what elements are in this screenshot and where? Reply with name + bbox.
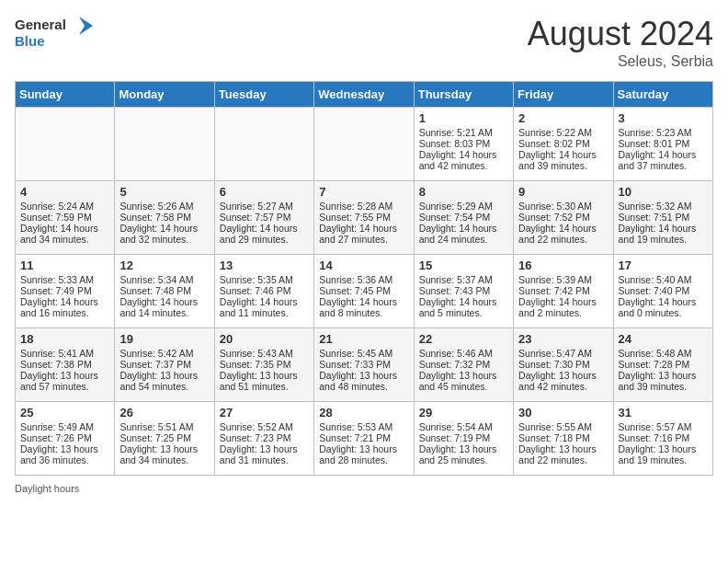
cell-info: Daylight: 14 hours and 11 minutes. [220, 296, 309, 318]
cell-info: Sunrise: 5:33 AM [20, 274, 109, 285]
cell-info: Daylight: 14 hours and 42 minutes. [419, 149, 508, 171]
calendar-cell: 22Sunrise: 5:46 AMSunset: 7:32 PMDayligh… [414, 328, 513, 402]
daylight-hours-label: Daylight hours [15, 483, 79, 494]
col-header-thursday: Thursday [414, 82, 513, 108]
cell-info: Sunset: 7:59 PM [20, 212, 109, 223]
cell-info: Sunrise: 5:24 AM [20, 201, 109, 212]
cell-info: Daylight: 13 hours and 34 minutes. [119, 443, 209, 465]
cell-info: Sunset: 7:30 PM [518, 359, 608, 370]
cell-info: Daylight: 13 hours and 45 minutes. [419, 370, 508, 392]
cell-info: Daylight: 13 hours and 36 minutes. [20, 443, 109, 465]
day-number: 23 [518, 332, 608, 346]
day-number: 28 [319, 406, 408, 419]
cell-info: Sunrise: 5:30 AM [518, 201, 608, 212]
cell-info: Sunset: 7:42 PM [518, 285, 608, 296]
calendar-cell [214, 108, 313, 181]
day-number: 27 [220, 406, 309, 419]
calendar-cell: 25Sunrise: 5:49 AMSunset: 7:26 PMDayligh… [16, 402, 115, 476]
cell-info: Sunrise: 5:48 AM [619, 348, 708, 359]
cell-info: Sunrise: 5:29 AM [419, 201, 508, 212]
cell-info: Sunset: 7:43 PM [419, 285, 508, 296]
calendar-cell: 14Sunrise: 5:36 AMSunset: 7:45 PMDayligh… [314, 255, 414, 328]
day-number: 14 [319, 259, 408, 272]
cell-info: Sunrise: 5:37 AM [419, 274, 508, 285]
cell-info: Sunset: 7:46 PM [220, 285, 309, 296]
calendar-cell: 31Sunrise: 5:57 AMSunset: 7:16 PMDayligh… [613, 402, 712, 476]
day-number: 7 [319, 185, 408, 199]
cell-info: Sunset: 7:38 PM [20, 359, 109, 370]
cell-info: Sunset: 8:01 PM [619, 138, 708, 149]
cell-info: Sunset: 7:19 PM [419, 432, 508, 443]
week-row-5: 25Sunrise: 5:49 AMSunset: 7:26 PMDayligh… [16, 402, 713, 476]
day-number: 22 [419, 332, 508, 346]
logo: General Blue [15, 15, 97, 53]
calendar-cell: 21Sunrise: 5:45 AMSunset: 7:33 PMDayligh… [314, 328, 414, 402]
cell-info: Daylight: 14 hours and 0 minutes. [619, 296, 708, 318]
cell-info: Sunrise: 5:55 AM [518, 421, 608, 432]
day-number: 19 [119, 332, 209, 346]
calendar-cell: 18Sunrise: 5:41 AMSunset: 7:38 PMDayligh… [16, 328, 115, 402]
cell-info: Sunrise: 5:27 AM [220, 201, 309, 212]
cell-info: Sunrise: 5:39 AM [518, 274, 608, 285]
header-row: SundayMondayTuesdayWednesdayThursdayFrid… [16, 82, 713, 108]
cell-info: Sunset: 7:25 PM [119, 432, 209, 443]
week-row-2: 4Sunrise: 5:24 AMSunset: 7:59 PMDaylight… [16, 181, 713, 255]
cell-info: Daylight: 13 hours and 28 minutes. [319, 443, 408, 465]
calendar-cell: 7Sunrise: 5:28 AMSunset: 7:55 PMDaylight… [314, 181, 414, 255]
calendar-cell [115, 108, 214, 181]
calendar-cell: 15Sunrise: 5:37 AMSunset: 7:43 PMDayligh… [414, 255, 513, 328]
calendar-cell: 11Sunrise: 5:33 AMSunset: 7:49 PMDayligh… [16, 255, 115, 328]
day-number: 10 [619, 185, 708, 199]
cell-info: Sunrise: 5:43 AM [220, 348, 309, 359]
cell-info: Sunset: 7:16 PM [619, 432, 708, 443]
calendar-cell [16, 108, 115, 181]
cell-info: Daylight: 13 hours and 39 minutes. [619, 370, 708, 392]
cell-info: Sunset: 7:32 PM [419, 359, 508, 370]
cell-info: Daylight: 13 hours and 42 minutes. [518, 370, 608, 392]
cell-info: Daylight: 14 hours and 16 minutes. [20, 296, 109, 318]
calendar-footer: Daylight hours [15, 483, 713, 494]
month-year-title: August 2024 [528, 15, 713, 53]
cell-info: Sunset: 7:18 PM [518, 432, 608, 443]
day-number: 18 [20, 332, 109, 346]
calendar-cell: 10Sunrise: 5:32 AMSunset: 7:51 PMDayligh… [613, 181, 712, 255]
calendar-cell: 6Sunrise: 5:27 AMSunset: 7:57 PMDaylight… [214, 181, 313, 255]
calendar-cell: 13Sunrise: 5:35 AMSunset: 7:46 PMDayligh… [214, 255, 313, 328]
cell-info: Sunset: 7:58 PM [119, 212, 209, 223]
cell-info: Sunset: 7:23 PM [220, 432, 309, 443]
calendar-cell: 1Sunrise: 5:21 AMSunset: 8:03 PMDaylight… [414, 108, 513, 181]
day-number: 29 [419, 406, 508, 419]
cell-info: Sunrise: 5:40 AM [619, 274, 708, 285]
calendar-cell: 2Sunrise: 5:22 AMSunset: 8:02 PMDaylight… [514, 108, 613, 181]
cell-info: Daylight: 13 hours and 57 minutes. [20, 370, 109, 392]
col-header-saturday: Saturday [613, 82, 712, 108]
cell-info: Sunset: 7:45 PM [319, 285, 408, 296]
calendar-cell [314, 108, 414, 181]
cell-info: Sunset: 7:54 PM [419, 212, 508, 223]
day-number: 1 [419, 111, 508, 125]
cell-info: Daylight: 14 hours and 19 minutes. [619, 223, 708, 245]
cell-info: Sunrise: 5:57 AM [619, 421, 708, 432]
cell-info: Sunrise: 5:28 AM [319, 201, 408, 212]
cell-info: Sunset: 7:33 PM [319, 359, 408, 370]
page-header: General Blue August 2024 Seleus, Serbia [15, 15, 713, 70]
day-number: 3 [619, 111, 708, 125]
calendar-cell: 27Sunrise: 5:52 AMSunset: 7:23 PMDayligh… [214, 402, 313, 476]
cell-info: Sunrise: 5:32 AM [619, 201, 708, 212]
calendar-cell: 30Sunrise: 5:55 AMSunset: 7:18 PMDayligh… [514, 402, 613, 476]
col-header-tuesday: Tuesday [214, 82, 313, 108]
cell-info: Sunrise: 5:26 AM [119, 201, 209, 212]
day-number: 9 [518, 185, 608, 199]
svg-marker-2 [79, 17, 93, 35]
calendar-cell: 19Sunrise: 5:42 AMSunset: 7:37 PMDayligh… [115, 328, 214, 402]
cell-info: Sunrise: 5:45 AM [319, 348, 408, 359]
cell-info: Sunset: 7:28 PM [619, 359, 708, 370]
day-number: 6 [220, 185, 309, 199]
cell-info: Daylight: 13 hours and 22 minutes. [518, 443, 608, 465]
calendar-table: SundayMondayTuesdayWednesdayThursdayFrid… [15, 81, 713, 476]
cell-info: Daylight: 13 hours and 54 minutes. [119, 370, 209, 392]
cell-info: Sunset: 7:57 PM [220, 212, 309, 223]
cell-info: Sunset: 8:02 PM [518, 138, 608, 149]
cell-info: Sunset: 7:51 PM [619, 212, 708, 223]
cell-info: Daylight: 14 hours and 32 minutes. [119, 223, 209, 245]
